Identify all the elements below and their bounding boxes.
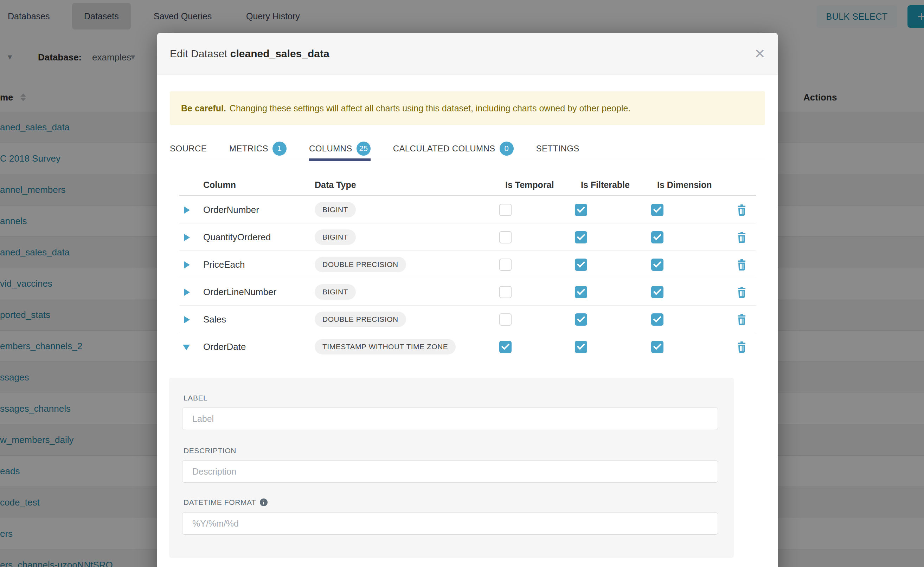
data-type-badge: BIGINT bbox=[315, 202, 356, 218]
is-dimension-checkbox[interactable] bbox=[651, 286, 664, 298]
label-input[interactable] bbox=[182, 408, 718, 430]
tab-count-badge: 0 bbox=[500, 142, 514, 156]
delete-column-button[interactable] bbox=[737, 314, 746, 327]
column-editor-panel: LABEL DESCRIPTION DATETIME FORMAT i bbox=[169, 378, 734, 558]
header-is-filterable: Is Filterable bbox=[581, 180, 630, 190]
is-temporal-checkbox[interactable] bbox=[499, 231, 512, 243]
warning-banner: Be careful. Changing these settings will… bbox=[170, 92, 765, 125]
data-type-badge: BIGINT bbox=[315, 230, 356, 245]
column-name: PriceEach bbox=[203, 259, 245, 270]
edit-dataset-modal: Edit Dataset cleaned_sales_data ✕ Be car… bbox=[157, 33, 778, 567]
column-name: OrderNumber bbox=[203, 204, 259, 215]
label-field-label: LABEL bbox=[184, 394, 208, 402]
expand-caret-icon[interactable] bbox=[184, 261, 190, 268]
tab-label: SETTINGS bbox=[536, 144, 579, 153]
close-icon[interactable]: ✕ bbox=[751, 45, 769, 63]
column-row: QuantityOrdered BIGINT bbox=[179, 224, 756, 251]
delete-column-button[interactable] bbox=[737, 259, 746, 272]
column-name: OrderLineNumber bbox=[203, 286, 276, 297]
expand-caret-icon[interactable] bbox=[184, 316, 190, 323]
is-temporal-checkbox[interactable] bbox=[499, 258, 512, 271]
column-row: OrderDate TIMESTAMP WITHOUT TIME ZONE bbox=[179, 333, 756, 360]
delete-column-button[interactable] bbox=[737, 286, 746, 299]
tab-columns[interactable]: COLUMNS 25 bbox=[309, 138, 370, 159]
header-data-type: Data Type bbox=[315, 180, 356, 190]
tab-calculated-columns[interactable]: CALCULATED COLUMNS 0 bbox=[393, 138, 514, 159]
description-field-label: DESCRIPTION bbox=[184, 447, 236, 455]
tab-label: COLUMNS bbox=[309, 144, 352, 153]
is-dimension-checkbox[interactable] bbox=[651, 231, 664, 243]
is-dimension-checkbox[interactable] bbox=[651, 204, 664, 216]
is-filterable-checkbox[interactable] bbox=[575, 231, 587, 243]
header-is-temporal: Is Temporal bbox=[505, 180, 554, 190]
tab-source[interactable]: SOURCE bbox=[170, 138, 207, 159]
tab-count-badge: 1 bbox=[272, 142, 287, 156]
is-filterable-checkbox[interactable] bbox=[575, 286, 587, 298]
delete-column-button[interactable] bbox=[737, 204, 746, 217]
header-is-dimension: Is Dimension bbox=[657, 180, 712, 190]
modal-title-prefix: Edit Dataset bbox=[170, 48, 227, 59]
expand-caret-icon[interactable] bbox=[184, 234, 190, 241]
tab-metrics[interactable]: METRICS 1 bbox=[229, 138, 287, 159]
trash-icon bbox=[737, 314, 746, 325]
expand-caret-icon[interactable] bbox=[184, 207, 190, 214]
modal-tabs: SOURCE METRICS 1 COLUMNS 25 CALCULATED C… bbox=[170, 138, 579, 159]
data-type-badge: BIGINT bbox=[315, 284, 356, 300]
column-row: OrderNumber BIGINT bbox=[179, 196, 756, 224]
column-name: OrderDate bbox=[203, 342, 246, 352]
column-row: OrderLineNumber BIGINT bbox=[179, 278, 756, 306]
column-row: Sales DOUBLE PRECISION bbox=[179, 306, 756, 333]
trash-icon bbox=[737, 232, 746, 243]
expand-caret-icon[interactable] bbox=[183, 345, 190, 350]
delete-column-button[interactable] bbox=[737, 342, 746, 354]
tabs-separator bbox=[170, 159, 765, 159]
is-temporal-checkbox[interactable] bbox=[499, 286, 512, 298]
trash-icon bbox=[737, 259, 746, 270]
trash-icon bbox=[737, 204, 746, 216]
superset-datasets-page: Databases Datasets Saved Queries Query H… bbox=[0, 0, 924, 567]
tab-count-badge: 25 bbox=[357, 142, 370, 156]
is-dimension-checkbox[interactable] bbox=[651, 314, 664, 326]
columns-table-header: Column Data Type Is Temporal Is Filterab… bbox=[179, 176, 756, 196]
column-name: Sales bbox=[203, 314, 226, 325]
is-dimension-checkbox[interactable] bbox=[651, 341, 664, 353]
tab-settings[interactable]: SETTINGS bbox=[536, 138, 579, 159]
modal-header: Edit Dataset cleaned_sales_data ✕ bbox=[157, 33, 778, 75]
is-filterable-checkbox[interactable] bbox=[575, 341, 587, 353]
modal-title: Edit Dataset cleaned_sales_data bbox=[170, 48, 330, 60]
tab-label: METRICS bbox=[229, 144, 268, 153]
data-type-badge: DOUBLE PRECISION bbox=[315, 312, 406, 327]
tab-label: SOURCE bbox=[170, 144, 207, 153]
data-type-badge: DOUBLE PRECISION bbox=[315, 257, 406, 272]
warning-bold: Be careful. bbox=[181, 103, 226, 114]
info-icon[interactable]: i bbox=[260, 498, 268, 506]
warning-text: Changing these settings will affect all … bbox=[230, 103, 631, 114]
column-row: PriceEach DOUBLE PRECISION bbox=[179, 251, 756, 278]
delete-column-button[interactable] bbox=[737, 232, 746, 244]
data-type-badge: TIMESTAMP WITHOUT TIME ZONE bbox=[315, 339, 456, 354]
column-name: QuantityOrdered bbox=[203, 232, 271, 243]
datetime-format-field-label: DATETIME FORMAT i bbox=[184, 498, 268, 507]
tab-label: CALCULATED COLUMNS bbox=[393, 144, 495, 153]
is-filterable-checkbox[interactable] bbox=[575, 204, 587, 216]
expand-caret-icon[interactable] bbox=[184, 289, 190, 296]
datetime-format-input[interactable] bbox=[182, 512, 718, 535]
is-temporal-checkbox[interactable] bbox=[499, 314, 512, 326]
trash-icon bbox=[737, 342, 746, 353]
is-temporal-checkbox[interactable] bbox=[499, 204, 512, 216]
is-filterable-checkbox[interactable] bbox=[575, 314, 587, 326]
header-column: Column bbox=[203, 180, 236, 190]
description-input[interactable] bbox=[182, 460, 718, 483]
trash-icon bbox=[737, 286, 746, 298]
is-dimension-checkbox[interactable] bbox=[651, 258, 664, 271]
is-filterable-checkbox[interactable] bbox=[575, 258, 587, 271]
modal-title-dataset-name: cleaned_sales_data bbox=[230, 48, 330, 59]
columns-table: Column Data Type Is Temporal Is Filterab… bbox=[179, 176, 756, 360]
is-temporal-checkbox[interactable] bbox=[499, 341, 512, 353]
